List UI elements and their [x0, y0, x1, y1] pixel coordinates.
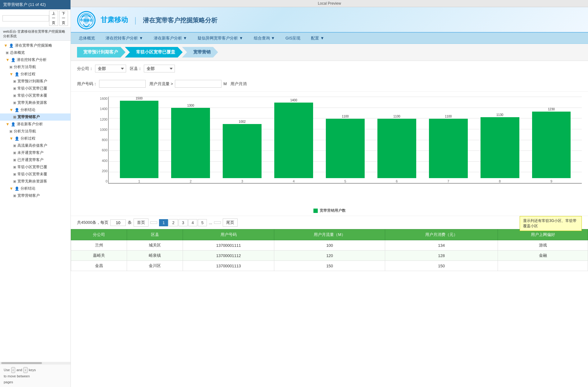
- sidebar-item-method2[interactable]: ▣ 分析方法导航: [0, 128, 71, 135]
- sidebar-item-subsection2[interactable]: ▼👤 分析过程: [0, 135, 71, 142]
- step-item-step1[interactable]: 宽带预计到期客户: [77, 47, 125, 58]
- hint-and-label: and: [16, 367, 22, 373]
- data-table: 分公司区县用户号码用户月流量（M）用户月消费（元）用户上网偏好 兰州城关区137…: [71, 229, 588, 271]
- bar-group-3: 10023: [218, 97, 267, 183]
- bar-x-label: 2: [190, 179, 192, 183]
- company-label: 分公司：: [77, 66, 93, 71]
- nav-item-overview[interactable]: 总体概览: [74, 34, 100, 43]
- prev-key-icon: ‹: [11, 367, 15, 373]
- page-number-button-4[interactable]: 4: [188, 219, 197, 226]
- district-label: 区县：: [130, 66, 142, 71]
- bar-value-label: 1100: [342, 115, 349, 118]
- nav-item-similar[interactable]: 疑似异网宽带客户分析 ▼: [193, 34, 248, 43]
- sidebar-item-method1[interactable]: ▣ 分析方法导航: [0, 63, 71, 71]
- district-select[interactable]: 全部: [144, 65, 175, 72]
- sidebar-item-result2[interactable]: ▣ 宽带营销客户: [0, 192, 71, 199]
- person-icon: 👤: [15, 72, 19, 76]
- next-page-button[interactable]: 下一页: [59, 11, 68, 26]
- bar-x-label: 4: [293, 179, 295, 183]
- first-page-button[interactable]: 首页: [134, 219, 148, 227]
- step-item-step2[interactable]: 常驻小区宽带已覆盖: [125, 47, 183, 58]
- user-code-label: 用户号码：: [77, 81, 97, 87]
- nav-item-gis[interactable]: GIS呈现: [280, 34, 305, 43]
- sidebar-item-section1[interactable]: ▼👤 潜在挖转客户分析: [0, 56, 71, 63]
- bar-x-label: 8: [499, 179, 501, 183]
- user-code-input[interactable]: [99, 80, 146, 88]
- table-header-cell: 区县: [127, 229, 183, 240]
- last-page-button[interactable]: 尾页: [223, 219, 238, 227]
- sidebar-scrollbar-area[interactable]: [0, 362, 71, 364]
- search-input[interactable]: [2, 15, 49, 21]
- table-wrapper: 分公司区县用户号码用户月流量（M）用户月消费（元）用户上网偏好 兰州城关区137…: [71, 229, 588, 271]
- sidebar-item-section2[interactable]: ▼👤 潜在新客户分析: [0, 121, 71, 128]
- sidebar-scrollbar[interactable]: [1, 362, 42, 364]
- sidebar-item-conclusion2[interactable]: ▼👤 分析结论: [0, 185, 71, 192]
- table-head: 分公司区县用户号码用户月流量（M）用户月消费（元）用户上网偏好: [71, 229, 588, 240]
- table-header-cell: 分公司: [71, 229, 127, 240]
- table-cell: 134: [385, 240, 498, 251]
- sidebar-item-page4[interactable]: ▣ 宽带无剩余资源客: [0, 99, 71, 106]
- y-axis-label: 1400: [100, 107, 107, 111]
- doc-icon: ▣: [9, 129, 12, 133]
- table-cell: 100: [274, 240, 385, 251]
- sidebar-item-label: 宽带营销客户: [17, 114, 40, 120]
- nav-item-config[interactable]: 配置 ▼: [306, 34, 329, 43]
- sidebar-item-label: 宽带营销客户: [17, 193, 40, 198]
- nav-item-new[interactable]: 潜在新客户分析 ▼: [149, 34, 192, 43]
- bar-group-5: 11005: [321, 97, 370, 183]
- sidebar-item-page10[interactable]: ▣ 宽带无剩余资源客: [0, 178, 71, 185]
- prev-page-button[interactable]: [150, 221, 157, 224]
- page-number-button-1[interactable]: 1: [159, 219, 168, 226]
- sidebar-item-root1[interactable]: ▼👤 潜在宽带客户挖掘策略: [0, 42, 71, 49]
- app-title-block: 甘肃移动 ｜ 潜在宽带客户挖掘策略分析: [101, 15, 217, 25]
- sidebar-item-overview1[interactable]: ▣ 总体概览: [0, 49, 71, 56]
- bar-rect: [481, 117, 519, 178]
- person-icon: 👤: [11, 122, 16, 127]
- page-numbers: 12345: [159, 219, 207, 226]
- sidebar-item-subsection1[interactable]: ▼👤 分析过程: [0, 71, 71, 78]
- doc-icon: ▣: [13, 151, 16, 155]
- system-title-label: web后台-甘肃移动潜在宽带客户挖掘策略分析系统: [0, 27, 71, 41]
- doc-icon: ▣: [13, 86, 16, 90]
- page-number-button-5[interactable]: 5: [198, 219, 207, 226]
- monthly-flow-input[interactable]: [175, 80, 221, 88]
- sidebar-item-conclusion1[interactable]: ▼👤 分析结论: [0, 106, 71, 113]
- bar-value-label: 1130: [496, 113, 503, 117]
- page-size-input[interactable]: [110, 219, 126, 226]
- district-filter-group: 区县： 全部: [130, 65, 175, 72]
- company-select[interactable]: 全部兰州嘉峪关金昌白银天水武威张掖平凉酒泉庆阳定西陇南临夏甘南: [95, 65, 126, 72]
- nav-item-retain[interactable]: 潜在挖转客户分析 ▼: [101, 34, 148, 43]
- sidebar-item-label: 常驻小区宽带未覆: [17, 172, 47, 177]
- monthly-flow-filter-group: 用户月流量 > M: [149, 80, 227, 88]
- company-logo: 中国移动: [77, 11, 96, 30]
- app-header: 中国移动 甘肃移动 ｜ 潜在宽带客户挖掘策略分析: [71, 7, 588, 33]
- chart-legend: 宽带营销用户数: [77, 208, 582, 213]
- sidebar-item-page2[interactable]: ▣ 常驻小区宽带已覆: [0, 85, 71, 92]
- doc-icon: ▣: [13, 101, 16, 105]
- y-axis-label: 0: [106, 179, 107, 183]
- table-body: 兰州城关区13700001111100134游戏嘉峪关峪泉镇1370000111…: [71, 240, 588, 271]
- sidebar-item-page7[interactable]: ▣ 已开通宽带客户: [0, 156, 71, 164]
- prev-page-button[interactable]: 上一页: [49, 11, 58, 26]
- person-icon: 👤: [15, 108, 19, 112]
- sidebar-item-page8[interactable]: ▣ 常驻小区宽带已覆: [0, 164, 71, 171]
- page-number-button-2[interactable]: 2: [169, 219, 178, 226]
- step-item-step3[interactable]: 宽带营销: [182, 47, 218, 58]
- step-bar: 宽带预计到期客户常驻小区宽带已覆盖宽带营销: [71, 44, 588, 61]
- company-name: 甘肃移动: [101, 15, 128, 25]
- doc-icon: ▣: [13, 158, 16, 162]
- sidebar-item-result1[interactable]: ▣ 宽带营销客户: [0, 113, 71, 121]
- sidebar-item-page5[interactable]: ▣ 高流量高价值客户: [0, 142, 71, 149]
- preview-label: Local Preview: [318, 1, 341, 6]
- person-icon: 👤: [9, 44, 14, 48]
- sidebar-item-page1[interactable]: ▣ 宽带预计到期客户: [0, 78, 71, 85]
- ellipsis-label: ...: [209, 220, 212, 225]
- next-page-button[interactable]: [214, 221, 221, 224]
- page-number-button-3[interactable]: 3: [179, 219, 188, 226]
- sidebar-item-page9[interactable]: ▣ 常驻小区宽带未覆: [0, 171, 71, 178]
- dropdown-arrow-icon: ▼: [239, 36, 243, 40]
- sidebar-item-page3[interactable]: ▣ 常驻小区宽带未覆: [0, 92, 71, 99]
- table-cell: 13700001112: [183, 251, 274, 261]
- nav-item-combo[interactable]: 组合查询 ▼: [249, 34, 280, 43]
- sidebar-item-page6[interactable]: ▣ 未开通宽带客户: [0, 149, 71, 156]
